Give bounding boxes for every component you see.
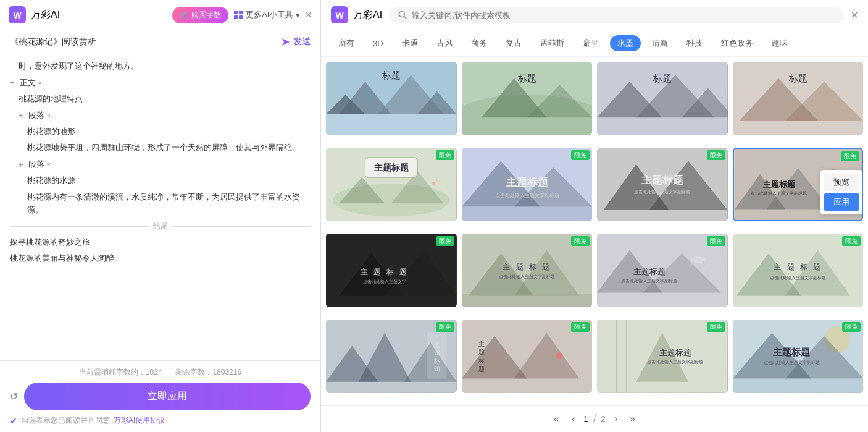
popup-apply-button[interactable]: 应用 <box>824 193 859 211</box>
tab-ink[interactable]: 水墨 <box>610 35 641 51</box>
limit-badge-4-1: 限免 <box>436 322 454 332</box>
zhengwen-plus[interactable]: + <box>10 78 15 87</box>
template-card-3-4[interactable]: 限免 主 题 标 题 点击此处输入主题文字副标题 <box>733 234 864 307</box>
svg-text:主: 主 <box>434 342 440 349</box>
template-card-2-2[interactable]: 限免 主题标题 点击此处输入主题文字副标题 <box>462 148 593 221</box>
svg-text:标题: 标题 <box>382 70 401 80</box>
paragraph-2-close[interactable]: × <box>47 161 51 168</box>
page-prev-button[interactable]: ‹ <box>568 412 578 426</box>
svg-rect-3 <box>239 11 243 14</box>
tab-3d[interactable]: 3D <box>365 36 391 51</box>
svg-text:点击此处输入主题文字副标题: 点击此处输入主题文字副标题 <box>634 189 690 195</box>
svg-text:题: 题 <box>434 350 440 356</box>
mountain-svg-4: 标题 <box>733 62 864 135</box>
tab-business[interactable]: 商务 <box>464 35 495 51</box>
limit-badge-3-3: 限免 <box>707 236 725 246</box>
tab-red[interactable]: 红色政务 <box>714 35 761 51</box>
paragraph-1-plus[interactable]: + <box>19 111 23 120</box>
page-last-button[interactable]: » <box>626 412 639 426</box>
svg-text:主题标题: 主题标题 <box>762 180 795 189</box>
template-card-3-3[interactable]: 限免 主题标题 点击此处输入主题文字副标题 <box>597 234 728 307</box>
svg-text:点击此处输入主题文字副标题: 点击此处输入主题文字副标题 <box>770 275 826 281</box>
buy-icon: 🛒 <box>180 11 189 19</box>
search-icon <box>398 11 407 19</box>
svg-point-95 <box>556 352 563 359</box>
tab-fun[interactable]: 趣味 <box>764 35 795 51</box>
buy-button[interactable]: 🛒 购买字数 <box>172 7 228 23</box>
svg-text:题: 题 <box>478 366 484 373</box>
svg-rect-66 <box>462 294 593 307</box>
ending-divider: 结尾 <box>0 219 320 234</box>
category-tabs: 所有 3D 卡通 古风 商务 复古 孟菲斯 扁平 水墨 清新 科技 红色政务 趣… <box>321 30 868 57</box>
apply-button[interactable]: 立即应用 <box>24 383 311 410</box>
svg-text:主 题 标 题: 主 题 标 题 <box>503 263 551 271</box>
template-card-4-3[interactable]: 限免 主题标题 点击此处输入主题文字副标题 <box>597 320 728 393</box>
svg-text:W: W <box>13 11 22 20</box>
template-card-2-3[interactable]: 限免 主题标题 点击此处输入主题文字副标题 <box>597 148 728 221</box>
right-logo-icon: W <box>331 6 348 23</box>
paragraph-1-close[interactable]: × <box>47 112 51 119</box>
template-card-4-1[interactable]: 限免 主 题 标 题 <box>326 320 457 393</box>
send-button[interactable]: 发送 <box>281 36 311 48</box>
svg-text:点击此处输入主题文字副标题: 点击此处输入主题文字副标题 <box>499 274 555 279</box>
svg-text:标: 标 <box>433 357 440 364</box>
tab-memphis[interactable]: 孟菲斯 <box>533 35 572 51</box>
right-header-left: W 万彩AI <box>331 6 382 23</box>
template-card-top-1[interactable]: 标题 <box>326 62 457 135</box>
template-card-top-3[interactable]: 标题 <box>597 62 728 135</box>
limit-badge-2-1: 限免 <box>436 150 454 160</box>
svg-text:主题标题: 主题标题 <box>641 174 683 186</box>
page-total: 2 <box>601 414 606 424</box>
tab-all[interactable]: 所有 <box>331 35 362 51</box>
page-current: 1 <box>583 414 588 424</box>
page-next-button[interactable]: › <box>611 412 621 426</box>
agree-text: 勾选表示您已阅读并且同意 <box>21 415 110 426</box>
zhengwen-tag-close[interactable]: × <box>38 79 42 87</box>
tab-cartoon[interactable]: 卡通 <box>394 35 425 51</box>
left-close-button[interactable]: × <box>305 9 312 22</box>
template-card-top-4[interactable]: 标题 <box>733 62 864 135</box>
content-title-bar: 《桃花源记》阅读赏析 发送 <box>0 30 320 53</box>
more-tools-button[interactable]: 更多AI小工具 ▾ <box>233 9 300 20</box>
grid-icon <box>233 10 243 20</box>
tab-tech[interactable]: 科技 <box>679 35 710 51</box>
template-card-3-1[interactable]: 限免 主 题 标 题 点击此处输入主题文字 <box>326 234 457 307</box>
card-popup: 预览 应用 <box>820 170 863 214</box>
outline-content: 时，意外发现了这个神秘的地方。 + 正文 × 桃花源的地理特点 + 段落 × 桃… <box>0 53 320 360</box>
search-bar[interactable] <box>390 7 843 23</box>
tab-flat[interactable]: 扁平 <box>575 35 606 51</box>
chevron-down-icon: ▾ <box>296 11 300 20</box>
svg-text:点击此处输入主题文字: 点击此处输入主题文字 <box>363 279 406 284</box>
limit-badge-3-2: 限免 <box>571 236 590 246</box>
ending-item-2: 桃花源的美丽与神秘令人陶醉 <box>0 250 320 267</box>
tab-fresh[interactable]: 清新 <box>645 35 675 51</box>
template-card-top-2[interactable]: 标题 <box>462 62 593 135</box>
agree-link[interactable]: 万彩AI使用协议 <box>114 415 165 426</box>
terrain-text: 桃花源地势平坦，四周群山环绕，形成了一个天然的屏障，使其与外界隔绝。 <box>0 140 320 156</box>
logo-icon: W <box>9 6 26 23</box>
limit-badge-2-3: 限免 <box>707 150 725 160</box>
paragraph-2-plus[interactable]: + <box>19 160 23 169</box>
zhengwen-tag-label: 正文 <box>20 77 36 88</box>
svg-text:题: 题 <box>478 349 484 355</box>
pagination: « ‹ 1 / 2 › » <box>321 405 868 432</box>
template-card-2-1[interactable]: 限免 主题标题 <box>326 148 457 221</box>
template-card-4-4[interactable]: 限免 主题标题 点击此处输入主题文字副标题 <box>733 320 864 393</box>
stats-label2: 剩余字数：1803216 <box>175 368 241 376</box>
popup-preview-button[interactable]: 预览 <box>824 174 859 191</box>
paragraph-2-label: 段落 <box>28 159 44 170</box>
svg-text:W: W <box>335 11 344 20</box>
template-card-3-2[interactable]: 限免 主 题 标 题 点击此处输入主题文字副标题 <box>462 234 593 307</box>
ending-item-1: 探寻桃花源的奇妙之旅 <box>0 234 320 251</box>
refresh-button[interactable]: ↺ <box>10 391 18 402</box>
svg-line-10 <box>404 17 407 19</box>
right-close-button[interactable]: × <box>851 8 858 22</box>
page-first-button[interactable]: « <box>550 412 563 426</box>
template-card-2-4[interactable]: 限免 主题标题 点击此处输入主题文字副标题 预览 应用 <box>733 148 864 221</box>
template-card-4-2[interactable]: 限免 主 题 标 题 <box>462 320 593 393</box>
agree-checkbox[interactable]: ✔ <box>10 416 17 426</box>
svg-text:标: 标 <box>477 357 484 364</box>
search-input[interactable] <box>412 11 835 20</box>
tab-retro[interactable]: 复古 <box>498 35 529 51</box>
tab-ancient[interactable]: 古风 <box>429 35 460 51</box>
